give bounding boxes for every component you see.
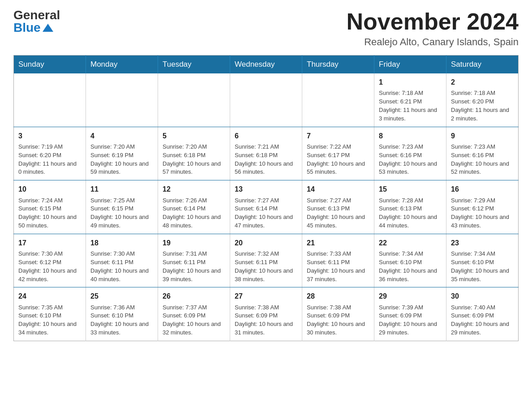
calendar-cell: 7Sunrise: 7:22 AM Sunset: 6:17 PM Daylig…	[302, 127, 374, 180]
calendar-cell: 16Sunrise: 7:29 AM Sunset: 6:12 PM Dayli…	[446, 180, 519, 234]
day-number: 8	[379, 131, 442, 141]
calendar-header-thursday: Thursday	[302, 56, 374, 74]
calendar-header-saturday: Saturday	[446, 56, 519, 74]
page-header: General Blue November 2024 Realejo Alto,…	[13, 9, 519, 48]
calendar-header-monday: Monday	[86, 56, 158, 74]
location-title: Realejo Alto, Canary Islands, Spain	[347, 36, 519, 48]
day-info: Sunrise: 7:22 AM Sunset: 6:17 PM Dayligh…	[307, 143, 369, 176]
day-info: Sunrise: 7:29 AM Sunset: 6:12 PM Dayligh…	[451, 197, 514, 230]
day-info: Sunrise: 7:26 AM Sunset: 6:14 PM Dayligh…	[163, 197, 225, 230]
day-info: Sunrise: 7:21 AM Sunset: 6:18 PM Dayligh…	[235, 143, 297, 176]
day-info: Sunrise: 7:18 AM Sunset: 6:20 PM Dayligh…	[451, 89, 514, 123]
day-info: Sunrise: 7:30 AM Sunset: 6:12 PM Dayligh…	[18, 250, 81, 283]
calendar-cell: 8Sunrise: 7:23 AM Sunset: 6:16 PM Daylig…	[374, 127, 446, 180]
calendar-header-row: SundayMondayTuesdayWednesdayThursdayFrid…	[14, 56, 519, 74]
day-number: 25	[90, 291, 153, 301]
month-title: November 2024	[347, 9, 519, 34]
calendar-cell: 30Sunrise: 7:40 AM Sunset: 6:09 PM Dayli…	[446, 287, 519, 341]
day-info: Sunrise: 7:33 AM Sunset: 6:11 PM Dayligh…	[307, 250, 369, 283]
day-number: 3	[18, 131, 81, 141]
day-info: Sunrise: 7:19 AM Sunset: 6:20 PM Dayligh…	[18, 143, 81, 176]
calendar-cell: 25Sunrise: 7:36 AM Sunset: 6:10 PM Dayli…	[86, 287, 158, 341]
day-info: Sunrise: 7:30 AM Sunset: 6:11 PM Dayligh…	[90, 250, 153, 283]
calendar-cell: 12Sunrise: 7:26 AM Sunset: 6:14 PM Dayli…	[158, 180, 230, 234]
title-block: November 2024 Realejo Alto, Canary Islan…	[347, 9, 519, 48]
calendar-cell: 10Sunrise: 7:24 AM Sunset: 6:15 PM Dayli…	[14, 180, 86, 234]
day-info: Sunrise: 7:27 AM Sunset: 6:13 PM Dayligh…	[307, 197, 369, 230]
calendar-week-row: 17Sunrise: 7:30 AM Sunset: 6:12 PM Dayli…	[14, 234, 519, 287]
day-number: 19	[163, 238, 225, 248]
calendar-cell: 5Sunrise: 7:20 AM Sunset: 6:18 PM Daylig…	[158, 127, 230, 180]
day-info: Sunrise: 7:37 AM Sunset: 6:09 PM Dayligh…	[163, 304, 225, 337]
day-number: 18	[90, 238, 153, 248]
svg-marker-0	[43, 24, 53, 32]
day-number: 23	[451, 238, 514, 248]
calendar-cell: 2Sunrise: 7:18 AM Sunset: 6:20 PM Daylig…	[446, 73, 519, 127]
logo-general-text: General	[13, 9, 60, 21]
day-info: Sunrise: 7:35 AM Sunset: 6:10 PM Dayligh…	[18, 304, 81, 337]
day-number: 30	[451, 291, 514, 301]
calendar-header-sunday: Sunday	[14, 56, 86, 74]
day-info: Sunrise: 7:28 AM Sunset: 6:13 PM Dayligh…	[379, 197, 442, 230]
calendar-cell: 26Sunrise: 7:37 AM Sunset: 6:09 PM Dayli…	[158, 287, 230, 341]
day-number: 9	[451, 131, 514, 141]
day-number: 16	[451, 184, 514, 194]
calendar-cell	[14, 73, 86, 127]
calendar-cell: 20Sunrise: 7:32 AM Sunset: 6:11 PM Dayli…	[230, 234, 302, 287]
calendar-cell	[158, 73, 230, 127]
day-info: Sunrise: 7:20 AM Sunset: 6:19 PM Dayligh…	[90, 143, 153, 176]
day-number: 14	[307, 184, 369, 194]
day-info: Sunrise: 7:24 AM Sunset: 6:15 PM Dayligh…	[18, 197, 81, 230]
calendar-cell	[86, 73, 158, 127]
day-info: Sunrise: 7:23 AM Sunset: 6:16 PM Dayligh…	[379, 143, 442, 176]
calendar-cell: 6Sunrise: 7:21 AM Sunset: 6:18 PM Daylig…	[230, 127, 302, 180]
day-number: 4	[90, 131, 153, 141]
calendar-week-row: 10Sunrise: 7:24 AM Sunset: 6:15 PM Dayli…	[14, 180, 519, 234]
calendar-cell	[302, 73, 374, 127]
day-info: Sunrise: 7:38 AM Sunset: 6:09 PM Dayligh…	[307, 304, 369, 337]
day-number: 28	[307, 291, 369, 301]
calendar-cell: 29Sunrise: 7:39 AM Sunset: 6:09 PM Dayli…	[374, 287, 446, 341]
calendar-cell: 27Sunrise: 7:38 AM Sunset: 6:09 PM Dayli…	[230, 287, 302, 341]
logo: General Blue	[13, 9, 60, 34]
day-number: 24	[18, 291, 81, 301]
day-info: Sunrise: 7:40 AM Sunset: 6:09 PM Dayligh…	[451, 304, 514, 337]
day-info: Sunrise: 7:32 AM Sunset: 6:11 PM Dayligh…	[235, 250, 297, 283]
calendar-header-tuesday: Tuesday	[158, 56, 230, 74]
calendar-week-row: 3Sunrise: 7:19 AM Sunset: 6:20 PM Daylig…	[14, 127, 519, 180]
day-number: 11	[90, 184, 153, 194]
calendar-cell: 28Sunrise: 7:38 AM Sunset: 6:09 PM Dayli…	[302, 287, 374, 341]
day-number: 26	[163, 291, 225, 301]
day-info: Sunrise: 7:38 AM Sunset: 6:09 PM Dayligh…	[235, 304, 297, 337]
day-info: Sunrise: 7:34 AM Sunset: 6:10 PM Dayligh…	[451, 250, 514, 283]
day-number: 12	[163, 184, 225, 194]
calendar-week-row: 24Sunrise: 7:35 AM Sunset: 6:10 PM Dayli…	[14, 287, 519, 341]
day-info: Sunrise: 7:31 AM Sunset: 6:11 PM Dayligh…	[163, 250, 225, 283]
day-number: 20	[235, 238, 297, 248]
calendar-cell: 17Sunrise: 7:30 AM Sunset: 6:12 PM Dayli…	[14, 234, 86, 287]
calendar-cell: 11Sunrise: 7:25 AM Sunset: 6:15 PM Dayli…	[86, 180, 158, 234]
day-number: 22	[379, 238, 442, 248]
calendar-cell: 21Sunrise: 7:33 AM Sunset: 6:11 PM Dayli…	[302, 234, 374, 287]
day-number: 6	[235, 131, 297, 141]
calendar-cell: 15Sunrise: 7:28 AM Sunset: 6:13 PM Dayli…	[374, 180, 446, 234]
calendar-cell: 9Sunrise: 7:23 AM Sunset: 6:16 PM Daylig…	[446, 127, 519, 180]
calendar-cell	[230, 73, 302, 127]
day-number: 7	[307, 131, 369, 141]
day-number: 15	[379, 184, 442, 194]
day-info: Sunrise: 7:20 AM Sunset: 6:18 PM Dayligh…	[163, 143, 225, 176]
day-number: 27	[235, 291, 297, 301]
calendar-cell: 14Sunrise: 7:27 AM Sunset: 6:13 PM Dayli…	[302, 180, 374, 234]
calendar-cell: 19Sunrise: 7:31 AM Sunset: 6:11 PM Dayli…	[158, 234, 230, 287]
day-number: 17	[18, 238, 81, 248]
calendar-cell: 13Sunrise: 7:27 AM Sunset: 6:14 PM Dayli…	[230, 180, 302, 234]
day-number: 2	[451, 77, 514, 87]
day-number: 29	[379, 291, 442, 301]
logo-icon	[42, 23, 54, 33]
calendar-header-wednesday: Wednesday	[230, 56, 302, 74]
day-info: Sunrise: 7:27 AM Sunset: 6:14 PM Dayligh…	[235, 197, 297, 230]
day-info: Sunrise: 7:25 AM Sunset: 6:15 PM Dayligh…	[90, 197, 153, 230]
logo-blue-text: Blue	[13, 21, 60, 34]
calendar-header-friday: Friday	[374, 56, 446, 74]
day-info: Sunrise: 7:18 AM Sunset: 6:21 PM Dayligh…	[379, 89, 442, 123]
